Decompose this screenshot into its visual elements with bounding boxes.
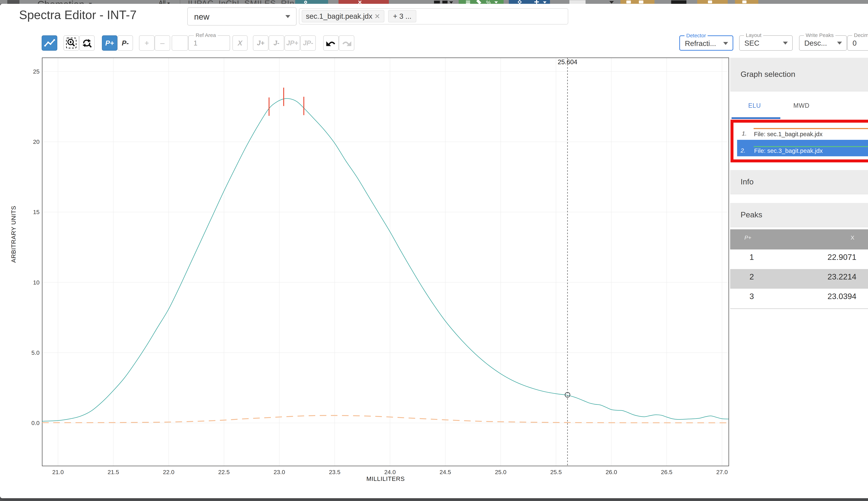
svg-text:21.5: 21.5 bbox=[108, 469, 119, 475]
svg-text:26.0: 26.0 bbox=[606, 469, 617, 475]
svg-text:0.0: 0.0 bbox=[31, 420, 40, 426]
svg-text:22.5: 22.5 bbox=[218, 469, 230, 475]
svg-text:5.0: 5.0 bbox=[31, 349, 40, 356]
svg-text:24.0: 24.0 bbox=[384, 469, 396, 475]
svg-text:21.0: 21.0 bbox=[52, 469, 64, 475]
svg-text:23.5: 23.5 bbox=[329, 469, 341, 475]
svg-text:MILLILITERS: MILLILITERS bbox=[366, 475, 405, 482]
svg-text:25.0: 25.0 bbox=[495, 469, 506, 475]
svg-text:25.5: 25.5 bbox=[550, 469, 562, 475]
svg-text:26.5: 26.5 bbox=[661, 469, 672, 475]
svg-text:22.0: 22.0 bbox=[163, 469, 174, 475]
svg-text:24.5: 24.5 bbox=[440, 469, 451, 475]
svg-text:27.0: 27.0 bbox=[716, 469, 728, 475]
svg-text:23.0: 23.0 bbox=[274, 469, 285, 475]
